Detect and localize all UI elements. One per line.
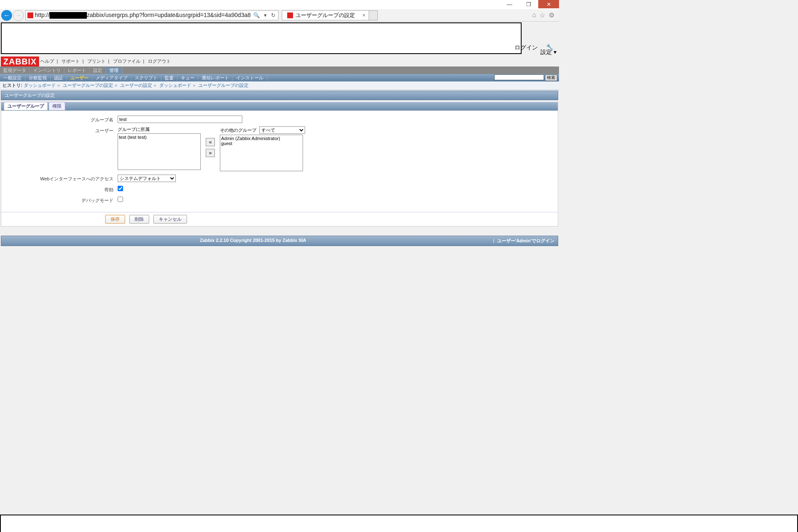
help-bar: ヘルプ| サポート| プリント| プロファイル| ログアウト: [39, 58, 172, 64]
move-left-button[interactable]: «: [206, 138, 215, 146]
list-item[interactable]: test (test test): [119, 135, 200, 140]
form-panel: ユーザーグループ 権限 グループ名 ユーザー グループに所属 test (tes…: [1, 102, 558, 212]
sub-nav: 一般設定 分散監視 認証 ユーザー メディアタイプ スクリプト 監査 キュー 通…: [0, 74, 559, 81]
favicon-icon: [27, 12, 33, 18]
label-other-groups: その他のグループ すべて: [220, 126, 305, 134]
nav-reports[interactable]: レポート: [64, 67, 90, 74]
url-dropdown-icon[interactable]: ▾: [264, 12, 267, 18]
new-tab-button[interactable]: [369, 10, 378, 20]
search-button[interactable]: 検索: [545, 74, 557, 81]
select-other-group[interactable]: すべて: [259, 126, 305, 134]
tab-permissions[interactable]: 権限: [49, 102, 65, 110]
url-text: http://zabbix/usergrps.php?form=update&u…: [35, 12, 251, 19]
logout-link[interactable]: ログアウト: [148, 59, 171, 64]
profile-link[interactable]: プロファイル: [113, 59, 140, 64]
zabbix-logo: ZABBIX: [1, 57, 39, 66]
label-users: ユーザー: [5, 126, 118, 134]
label-group-name: グループ名: [5, 116, 118, 123]
checkbox-debug[interactable]: [118, 197, 123, 202]
nav-forward-button[interactable]: →: [13, 10, 24, 21]
cancel-button[interactable]: キャンセル: [153, 215, 187, 224]
url-field[interactable]: http://zabbix/usergrps.php?form=update&u…: [25, 10, 278, 20]
history-link[interactable]: ユーザーグループの設定: [198, 83, 249, 88]
main-nav: 監視データ インベントリ レポート 設定 管理: [0, 66, 559, 74]
footer: Zabbix 2.2.10 Copyright 2001-2015 by Zab…: [1, 236, 558, 246]
page-body: ログイン 🔧 設定 ▾ ZABBIX ヘルプ| サポート| プリント| プロファ…: [0, 22, 559, 246]
print-link[interactable]: プリント: [87, 59, 106, 64]
button-bar: 保存 削除 キャンセル: [1, 212, 558, 227]
subnav-queue[interactable]: キュー: [177, 75, 198, 81]
nav-admin[interactable]: 管理: [106, 67, 122, 74]
history-link[interactable]: ダッシュボード: [24, 83, 56, 88]
support-link[interactable]: サポート: [62, 59, 80, 64]
footer-logged-in: ユーザー'Admin'でログイン: [497, 238, 554, 243]
nav-inventory[interactable]: インベントリ: [30, 67, 64, 74]
browser-tab[interactable]: ユーザーグループの設定 ×: [282, 10, 369, 20]
search-icon[interactable]: 🔍: [253, 12, 260, 18]
ad-placeholder-top: [1, 22, 522, 54]
history-bar: ヒストリ: ダッシュボード» ユーザーグループの設定» ユーザーの設定» ダッシ…: [0, 81, 559, 90]
subnav-media[interactable]: メディアタイプ: [92, 75, 131, 81]
section-title: ユーザーグループの設定: [1, 91, 558, 100]
delete-button[interactable]: 削除: [129, 215, 149, 224]
label-enabled: 有効: [5, 185, 118, 193]
tab-close-icon[interactable]: ×: [362, 12, 366, 18]
label-in-group: グループに所属: [118, 126, 201, 133]
search-input[interactable]: [494, 74, 544, 80]
listbox-other[interactable]: Admin (Zabbix Administrator) guest: [220, 135, 303, 171]
zabbix-header: ZABBIX ヘルプ| サポート| プリント| プロファイル| ログアウト: [0, 55, 559, 66]
subnav-general[interactable]: 一般設定: [0, 75, 25, 81]
close-button[interactable]: ✕: [538, 0, 559, 8]
nav-back-button[interactable]: ←: [1, 10, 12, 21]
tab-title: ユーザーグループの設定: [296, 12, 355, 19]
form-tabs: ユーザーグループ 権限: [1, 102, 558, 111]
history-link[interactable]: ユーザーグループの設定: [63, 83, 113, 88]
os-titlebar: — ❐ ✕: [0, 0, 559, 9]
move-right-button[interactable]: »: [206, 149, 215, 157]
subnav-scripts[interactable]: スクリプト: [131, 75, 161, 81]
global-search: 検索: [494, 74, 557, 81]
subnav-audit[interactable]: 監査: [161, 75, 177, 81]
maximize-button[interactable]: ❐: [519, 0, 538, 8]
nav-monitoring[interactable]: 監視データ: [0, 67, 30, 74]
select-web-access[interactable]: システムデフォルト: [118, 175, 176, 182]
tab-usergroup[interactable]: ユーザーグループ: [4, 102, 48, 110]
page-login-block: ログイン 🔧 設定 ▾: [515, 44, 557, 55]
history-link[interactable]: ダッシュボード: [159, 83, 191, 88]
minimize-button[interactable]: —: [500, 0, 519, 8]
subnav-dm[interactable]: 分散監視: [25, 75, 51, 81]
list-item[interactable]: Admin (Zabbix Administrator): [221, 136, 302, 141]
tools-icon[interactable]: ⚙: [549, 11, 554, 19]
footer-copyright: Zabbix 2.2.10 Copyright 2001-2015 by Zab…: [13, 238, 493, 244]
history-link[interactable]: ユーザーの設定: [120, 83, 152, 88]
subnav-users[interactable]: ユーザー: [67, 75, 92, 81]
nav-config[interactable]: 設定: [90, 67, 106, 74]
tab-favicon-icon: [287, 12, 293, 18]
listbox-in-group[interactable]: test (test test): [118, 133, 201, 170]
login-link[interactable]: ログイン: [515, 44, 538, 52]
label-debug: デバッグモード: [5, 196, 118, 204]
subnav-auth[interactable]: 認証: [51, 75, 67, 81]
label-web-access: Webインターフェースへのアクセス: [5, 175, 118, 182]
home-icon[interactable]: ⌂: [532, 11, 536, 19]
refresh-icon[interactable]: ↻: [271, 12, 276, 18]
settings-link[interactable]: 設定 ▾: [540, 49, 557, 55]
subnav-notifications[interactable]: 通知レポート: [198, 75, 233, 81]
help-link[interactable]: ヘルプ: [40, 59, 54, 64]
checkbox-enabled[interactable]: [118, 186, 123, 191]
browser-addressbar: ← → http://zabbix/usergrps.php?form=upda…: [0, 9, 559, 22]
history-label: ヒストリ:: [2, 83, 22, 88]
save-button[interactable]: 保存: [105, 215, 125, 224]
favorites-icon[interactable]: ☆: [539, 11, 545, 19]
subnav-install[interactable]: インストール: [233, 75, 267, 81]
input-group-name[interactable]: [118, 116, 242, 123]
list-item[interactable]: guest: [221, 141, 302, 146]
